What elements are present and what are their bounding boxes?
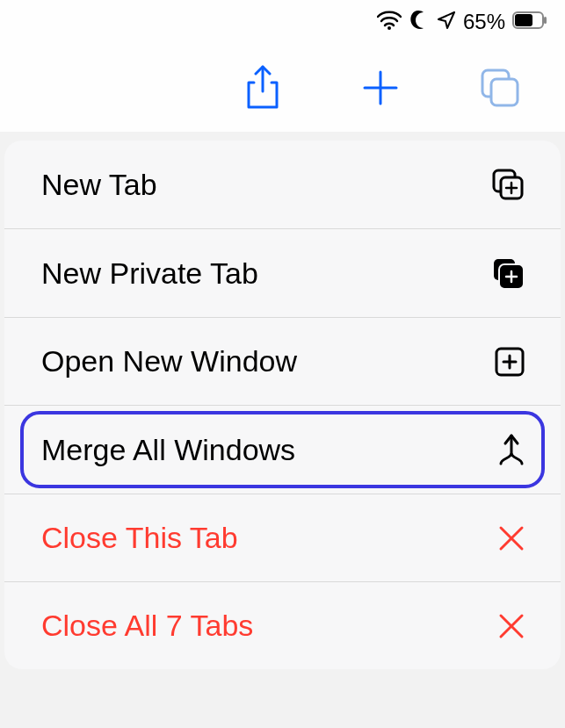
new-tab-plus-icon[interactable] <box>361 68 400 107</box>
menu-item-label: Open New Window <box>41 344 297 378</box>
svg-rect-7 <box>491 79 518 105</box>
status-icons: 65% <box>377 10 547 34</box>
context-menu: New Tab New Private Tab Open New Window <box>4 141 561 669</box>
menu-item-label: Close All 7 Tabs <box>41 609 253 643</box>
menu-item-open-new-window[interactable]: Open New Window <box>4 318 561 406</box>
menu-item-label: New Tab <box>41 168 157 202</box>
location-icon <box>437 11 456 33</box>
menu-item-new-tab[interactable]: New Tab <box>4 141 561 229</box>
menu-item-close-this-tab[interactable]: Close This Tab <box>4 494 561 582</box>
plus-square-icon <box>494 346 525 378</box>
tabs-icon[interactable] <box>479 67 521 109</box>
svg-rect-3 <box>544 17 547 24</box>
merge-icon <box>497 432 525 467</box>
battery-icon <box>512 11 547 32</box>
menu-item-new-private-tab[interactable]: New Private Tab <box>4 229 561 318</box>
share-icon[interactable] <box>243 65 282 111</box>
menu-item-label: Close This Tab <box>41 521 238 555</box>
menu-item-close-all-tabs[interactable]: Close All 7 Tabs <box>4 582 561 669</box>
menu-item-merge-all-windows[interactable]: Merge All Windows <box>4 406 561 494</box>
svg-rect-2 <box>515 14 532 26</box>
status-bar: 65% <box>0 0 565 44</box>
battery-percent: 65% <box>463 10 505 34</box>
plus-on-square-icon <box>490 167 525 202</box>
close-x-icon <box>497 612 525 640</box>
plus-on-square-fill-icon <box>490 256 525 291</box>
do-not-disturb-icon <box>409 10 430 34</box>
close-x-icon <box>497 524 525 552</box>
menu-item-label: Merge All Windows <box>41 433 295 467</box>
toolbar <box>0 44 565 132</box>
wifi-icon <box>377 11 402 33</box>
menu-item-label: New Private Tab <box>41 256 258 291</box>
svg-point-0 <box>388 26 391 30</box>
